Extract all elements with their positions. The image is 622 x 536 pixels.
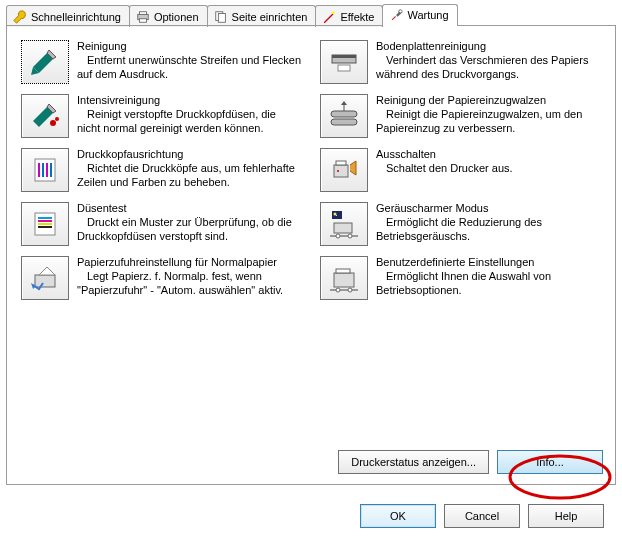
svg-rect-32 (330, 235, 358, 237)
deep-cleaning-icon (29, 101, 61, 131)
svg-point-11 (55, 117, 59, 121)
svg-point-34 (348, 234, 352, 238)
roller-icon (328, 101, 360, 131)
svg-rect-26 (38, 220, 52, 222)
tab-effects[interactable]: Effekte (315, 5, 383, 27)
head-alignment-button[interactable] (21, 148, 69, 192)
item-text: Papierzufuhreinstellung für Normalpapier… (77, 256, 302, 300)
svg-point-5 (332, 11, 335, 14)
tools-icon (389, 8, 403, 22)
item-cleaning: Reinigung Entfernt unerwünschte Streifen… (21, 40, 302, 84)
svg-point-10 (50, 120, 56, 126)
roller-cleaning-button[interactable] (320, 94, 368, 138)
item-text: Geräuscharmer Modus Ermöglicht die Reduz… (376, 202, 601, 246)
alignment-icon (29, 155, 61, 185)
quiet-mode-button[interactable] (320, 202, 368, 246)
item-text: Intensivreinigung Reinigt verstopfte Dru… (77, 94, 302, 138)
item-nozzle-check: Düsentest Druckt ein Muster zur Überprüf… (21, 202, 302, 246)
about-button[interactable]: Info... (497, 450, 603, 474)
cleaning-button[interactable] (21, 40, 69, 84)
svg-rect-27 (38, 223, 52, 225)
maintenance-panel: Reinigung Entfernt unerwünschte Streifen… (6, 25, 616, 485)
svg-rect-39 (330, 289, 358, 291)
svg-rect-35 (35, 275, 55, 287)
item-custom-settings: Benutzerdefinierte Einstellungen Ermögli… (320, 256, 601, 300)
tab-page-setup[interactable]: Seite einrichten (207, 5, 317, 27)
item-title: Ausschalten (376, 148, 513, 162)
printer-icon (136, 10, 150, 24)
svg-rect-12 (331, 111, 357, 117)
item-title: Benutzerdefinierte Einstellungen (376, 256, 601, 270)
custom-settings-icon (328, 263, 360, 293)
bottom-plate-button[interactable] (320, 40, 368, 84)
cleaning-icon (29, 47, 61, 77)
svg-rect-21 (334, 165, 348, 177)
tab-label: Optionen (154, 11, 199, 23)
item-text: Düsentest Druckt ein Muster zur Überprüf… (77, 202, 302, 246)
pages-icon (214, 10, 228, 24)
item-title: Düsentest (77, 202, 302, 216)
nozzle-check-icon (29, 209, 61, 239)
help-button[interactable]: Help (528, 504, 604, 528)
power-off-icon (328, 155, 360, 185)
svg-marker-15 (341, 101, 347, 105)
item-power-off: Ausschalten Schaltet den Drucker aus. (320, 148, 601, 192)
item-desc: Richtet die Druckköpfe aus, um fehlerhaf… (77, 162, 302, 190)
quiet-mode-icon (328, 209, 360, 239)
ok-button[interactable]: OK (360, 504, 436, 528)
item-paper-source: Papierzufuhreinstellung für Normalpapier… (21, 256, 302, 300)
svg-point-23 (337, 170, 339, 172)
svg-rect-38 (336, 269, 350, 273)
svg-rect-9 (338, 65, 350, 71)
item-bottom-plate: Bodenplattenreinigung Verhindert das Ver… (320, 40, 601, 84)
item-head-alignment: Druckkopfausrichtung Richtet die Druckkö… (21, 148, 302, 192)
svg-rect-25 (38, 217, 52, 219)
item-desc: Druckt ein Muster zur Überprüfung, ob di… (77, 216, 302, 244)
tab-label: Wartung (407, 9, 448, 21)
item-text: Benutzerdefinierte Einstellungen Ermögli… (376, 256, 601, 300)
item-text: Reinigung Entfernt unerwünschte Streifen… (77, 40, 302, 84)
tab-maintenance[interactable]: Wartung (382, 4, 457, 26)
svg-rect-2 (139, 18, 146, 22)
tab-strip: Schnelleinrichtung Optionen Seite einric… (0, 0, 622, 25)
item-title: Geräuscharmer Modus (376, 202, 601, 216)
item-roller-cleaning: Reinigung der Papiereinzugwalzen Reinigt… (320, 94, 601, 138)
wand-icon (322, 10, 336, 24)
item-text: Reinigung der Papiereinzugwalzen Reinigt… (376, 94, 601, 138)
tab-label: Schnelleinrichtung (31, 11, 121, 23)
item-desc: Ermöglicht die Reduzierung des Betriebsg… (376, 216, 601, 244)
svg-point-33 (336, 234, 340, 238)
item-desc: Reinigt verstopfte Druckkopfdüsen, die n… (77, 108, 302, 136)
deep-cleaning-button[interactable] (21, 94, 69, 138)
item-title: Reinigung der Papiereinzugwalzen (376, 94, 601, 108)
svg-rect-22 (336, 161, 346, 165)
tab-options[interactable]: Optionen (129, 5, 208, 27)
item-text: Bodenplattenreinigung Verhindert das Ver… (376, 40, 601, 84)
maintenance-grid: Reinigung Entfernt unerwünschte Streifen… (21, 40, 601, 300)
svg-rect-29 (332, 211, 342, 219)
tab-quick-setup[interactable]: Schnelleinrichtung (6, 5, 130, 27)
paper-source-button[interactable] (21, 256, 69, 300)
nozzle-check-button[interactable] (21, 202, 69, 246)
svg-rect-1 (139, 11, 146, 14)
svg-rect-8 (332, 55, 356, 58)
svg-rect-31 (334, 223, 352, 233)
wrench-icon (13, 10, 27, 24)
item-desc: Reinigt die Papiereinzugwalzen, um den P… (376, 108, 601, 136)
paper-source-icon (29, 263, 61, 293)
item-text: Ausschalten Schaltet den Drucker aus. (376, 148, 513, 192)
cancel-button[interactable]: Cancel (444, 504, 520, 528)
item-title: Reinigung (77, 40, 302, 54)
item-desc: Legt Papierz. f. Normalp. fest, wenn "Pa… (77, 270, 302, 298)
power-off-button[interactable] (320, 148, 368, 192)
printer-status-button[interactable]: Druckerstatus anzeigen... (338, 450, 489, 474)
svg-point-40 (336, 288, 340, 292)
tab-label: Effekte (340, 11, 374, 23)
svg-rect-28 (38, 226, 52, 228)
tab-label: Seite einrichten (232, 11, 308, 23)
item-desc: Schaltet den Drucker aus. (376, 162, 513, 176)
item-desc: Entfernt unerwünschte Streifen und Fleck… (77, 54, 302, 82)
custom-settings-button[interactable] (320, 256, 368, 300)
item-title: Intensivreinigung (77, 94, 302, 108)
item-text: Druckkopfausrichtung Richtet die Druckkö… (77, 148, 302, 192)
